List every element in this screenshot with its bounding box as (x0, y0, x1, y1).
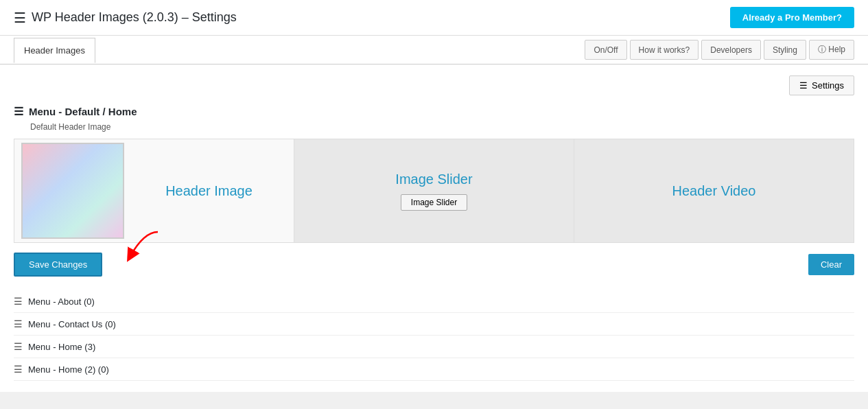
section-heading: ☰ Menu - Default / Home (14, 105, 854, 118)
clear-button[interactable]: Clear (808, 254, 854, 275)
content-area: ☰ Settings ☰ Menu - Default / Home Defau… (0, 65, 868, 392)
list-item[interactable]: ☰ Menu - Contact Us (0) (14, 313, 854, 336)
settings-label: Settings (812, 80, 844, 91)
panel-header-video-label: Header Video (672, 183, 756, 199)
image-slider-button[interactable]: Image Slider (401, 194, 467, 211)
menu-item-label: Menu - Home (3) (28, 342, 95, 352)
tab-btn-onoff[interactable]: On/Off (585, 40, 626, 60)
panel-header-video[interactable]: Header Video (574, 139, 854, 242)
list-item[interactable]: ☰ Menu - About (0) (14, 290, 854, 313)
tab-btn-developers[interactable]: Developers (701, 40, 761, 60)
top-bar: ☰ WP Header Images (2.0.3) – Settings Al… (0, 0, 868, 36)
tab-left: Header Images (14, 38, 97, 62)
menu-item-icon: ☰ (14, 318, 23, 329)
menu-list: ☰ Menu - About (0) ☰ Menu - Contact Us (… (14, 290, 854, 381)
header-image-thumbnail (21, 143, 124, 239)
save-area: Save Changes (14, 253, 102, 277)
tab-header-images[interactable]: Header Images (14, 38, 95, 63)
page-title: ☰ WP Header Images (2.0.3) – Settings (14, 10, 237, 26)
tab-btn-how-it-works[interactable]: How it works? (630, 40, 699, 60)
action-row: Save Changes Clear (14, 253, 854, 277)
menu-item-icon: ☰ (14, 296, 23, 307)
tab-right-buttons: On/Off How it works? Developers Styling … (585, 36, 854, 64)
tab-btn-help[interactable]: ⓘ Help (809, 40, 854, 60)
tab-btn-styling[interactable]: Styling (764, 40, 806, 60)
sub-label: Default Header Image (30, 122, 854, 132)
save-changes-button[interactable]: Save Changes (14, 253, 102, 277)
menu-item-label: Menu - About (0) (28, 296, 95, 307)
list-item[interactable]: ☰ Menu - Home (3) (14, 336, 854, 358)
list-item[interactable]: ☰ Menu - Home (2) (0) (14, 358, 854, 381)
menu-item-label: Menu - Contact Us (0) (28, 319, 116, 329)
menu-item-icon: ☰ (14, 364, 23, 375)
menu-item-label: Menu - Home (2) (0) (28, 364, 109, 375)
settings-icon: ☰ (799, 80, 808, 91)
tab-bar: Header Images On/Off How it works? Devel… (0, 36, 868, 65)
pro-member-button[interactable]: Already a Pro Member? (730, 7, 854, 28)
page-title-text: WP Header Images (2.0.3) – Settings (32, 10, 237, 25)
page-wrapper: ☰ WP Header Images (2.0.3) – Settings Al… (0, 0, 868, 409)
page-icon: ☰ (14, 10, 26, 26)
settings-button[interactable]: ☰ Settings (789, 75, 854, 95)
panels-row: Header Image Image Slider Image Slider H… (14, 139, 854, 243)
settings-row: ☰ Settings (14, 75, 854, 95)
panel-header-image-label: Header Image (165, 183, 253, 199)
section-title: Menu - Default / Home (29, 106, 137, 117)
panel-image-slider-label: Image Slider (395, 172, 472, 187)
panel-header-image[interactable]: Header Image (14, 139, 294, 242)
section-icon: ☰ (14, 105, 23, 118)
panel-image-slider[interactable]: Image Slider Image Slider (294, 139, 574, 242)
menu-item-icon: ☰ (14, 341, 23, 352)
arrow-indicator (110, 229, 165, 263)
